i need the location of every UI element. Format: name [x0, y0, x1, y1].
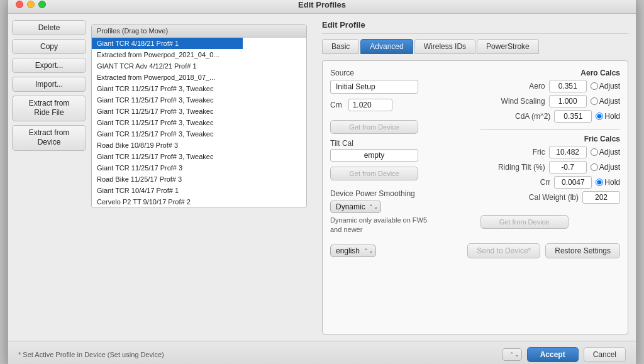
language-select-container: english — [330, 245, 376, 257]
cancel-button[interactable]: Cancel — [584, 347, 626, 362]
device-power-smoothing-section: Device Power Smoothing Dynamic Dynamic o… — [330, 189, 470, 235]
profile-item[interactable]: Giant TCR 11/25/17 Prof# 3, Tweakec — [92, 83, 243, 94]
cda-label: CdA (m^2) — [500, 112, 550, 121]
profile-item[interactable]: Giant TCR 4/18/21 Prof# 1 — [92, 38, 243, 49]
source-input[interactable] — [330, 80, 418, 94]
fric-adjust-radio[interactable]: Adjust — [591, 148, 620, 157]
tilt-adjust-input[interactable] — [591, 163, 598, 171]
aero-adjust-radio[interactable]: Adjust — [591, 82, 620, 91]
tilt-cal-section: Tilt Cal empty — [330, 139, 470, 162]
fric-adjust-input[interactable] — [591, 148, 598, 156]
tabs-container: Basic Advanced Wireless IDs PowerStroke — [322, 39, 628, 54]
cda-radio-group: Hold — [596, 112, 620, 121]
dynamic-select[interactable]: Dynamic — [330, 201, 381, 213]
tab-wireless-ids[interactable]: Wireless IDs — [414, 39, 475, 54]
cal-weight-label: Cal Weight (lb) — [528, 193, 579, 202]
close-button[interactable] — [16, 1, 23, 8]
profile-list[interactable]: Giant TCR 4/18/21 Prof# 1 Extracted from… — [92, 38, 306, 207]
aero-row: Aero 0.351 Adjust — [480, 80, 621, 92]
profile-item[interactable]: Cervelo P2 TT 9/10/17 Prof# 2 — [92, 196, 243, 207]
tilt-cal-label: Tilt Cal — [330, 139, 353, 148]
delete-button[interactable]: Delete — [12, 20, 86, 35]
aero-calcs-section: Aero Calcs Aero 0.351 Adjust — [480, 69, 621, 123]
source-text: Source — [330, 69, 354, 77]
cal-weight-row: Cal Weight (lb) 202 — [480, 191, 621, 204]
titlebar: Edit Profiles — [8, 0, 636, 14]
traffic-lights — [16, 1, 46, 8]
riding-tilt-row: Riding Tilt (%) -0.7 Adjust — [480, 161, 621, 174]
wind-radio-group: Adjust — [591, 97, 620, 106]
aero-value: 0.351 — [549, 80, 587, 92]
left-column: Source Cm 1.020 Get from Device Tilt Ca — [330, 69, 470, 235]
profile-item[interactable]: Giant TCR 10/4/17 Prof# 1 — [92, 185, 243, 196]
profile-list-container: Profiles (Drag to Move) Giant TCR 4/18/2… — [90, 14, 314, 341]
profile-item[interactable]: Extracted from Powerpod_2018_07_... — [92, 72, 243, 83]
cm-row: Cm 1.020 — [330, 99, 470, 111]
profile-item[interactable]: Giant TCR 11/25/17 Prof# 3, Tweakec — [92, 94, 243, 106]
profile-item[interactable]: Extracted from Powerpod_2021_04_0... — [92, 49, 243, 60]
send-to-device-button[interactable]: Send to Device* — [467, 243, 540, 258]
wind-scaling-value: 1.000 — [549, 95, 587, 108]
profile-item[interactable]: Road Bike 10/8/19 Prof# 3 — [92, 140, 243, 151]
fric-calcs-title: Fric Calcs — [480, 135, 621, 143]
aero-adjust-input[interactable] — [591, 82, 598, 90]
profile-item[interactable]: Giant TCR 11/25/17 Prof# 3, Tweakec — [92, 106, 243, 117]
profile-list-area: Profiles (Drag to Move) Giant TCR 4/18/2… — [91, 24, 307, 208]
left-sidebar-buttons: Delete Copy Export... Import... Extract … — [8, 14, 90, 341]
dynamic-select-container: Dynamic — [330, 201, 381, 213]
copy-button[interactable]: Copy — [12, 39, 86, 54]
footer-note: * Set Active Profile in Device (Set usin… — [18, 351, 496, 358]
export-button[interactable]: Export... — [12, 58, 86, 73]
wind-adjust-radio[interactable]: Adjust — [591, 97, 620, 106]
cda-hold-input[interactable] — [596, 113, 603, 120]
get-from-device-2-button[interactable]: Get from Device — [330, 167, 418, 180]
profile-item[interactable]: GIANT TCR Adv 4/12/21 Prof# 1 — [92, 60, 243, 72]
tab-basic[interactable]: Basic — [322, 39, 359, 54]
restore-settings-button[interactable]: Restore Settings — [545, 243, 620, 258]
cm-value: 1.020 — [348, 99, 392, 111]
get-from-device-3-button[interactable]: Get from Device — [480, 215, 569, 229]
fric-value: 10.482 — [549, 146, 587, 158]
sidebar-section: Delete Copy Export... Import... Extract … — [8, 14, 314, 341]
accept-button[interactable]: Accept — [527, 347, 579, 362]
extract-ride-button[interactable]: Extract fromRide File — [12, 96, 86, 121]
tab-content-advanced: Source Cm 1.020 Get from Device Tilt Ca — [322, 60, 628, 334]
profile-item[interactable]: Giant TCR 11/25/17 Prof# 3, Tweakec — [92, 151, 243, 162]
cda-value: 0.351 — [554, 110, 592, 123]
language-select[interactable]: english — [330, 245, 376, 257]
get-from-device-1-button[interactable]: Get from Device — [330, 120, 418, 134]
profile-item[interactable]: Road Bike 11/25/17 Prof# 3 — [92, 174, 243, 185]
edit-profile-label: Edit Profile — [322, 20, 628, 34]
tilt-adjust-radio[interactable]: Adjust — [591, 163, 620, 172]
tab-powerstroke[interactable]: PowerStroke — [477, 39, 539, 54]
footer-buttons: Accept Cancel — [502, 347, 626, 362]
dynamic-note: Dynamic only available on FW5 and newer — [330, 216, 431, 235]
cal-weight-value: 202 — [582, 191, 620, 204]
aero-label: Aero — [495, 82, 545, 91]
right-column: Aero Calcs Aero 0.351 Adjust — [480, 69, 621, 235]
window-title: Edit Profiles — [298, 0, 346, 9]
profile-item[interactable]: Giant TCR 11/25/17 Prof# 3, Tweakec — [92, 117, 243, 128]
cda-hold-radio[interactable]: Hold — [596, 112, 620, 121]
profile-item[interactable]: Giant TCR 11/25/17 Prof# 3, Tweakec — [92, 128, 243, 140]
tab-advanced[interactable]: Advanced — [360, 39, 413, 54]
aero-radio-group: Adjust — [591, 82, 620, 91]
crr-hold-input[interactable] — [596, 179, 603, 186]
profile-item[interactable]: Giant TCR 11/25/17 Prof# 3 — [92, 162, 243, 174]
crr-hold-radio[interactable]: Hold — [596, 178, 620, 187]
aero-calcs-title: Aero Calcs — [480, 69, 621, 77]
minimize-button[interactable] — [27, 1, 35, 8]
cm-label: Cm — [330, 101, 342, 109]
crr-value: 0.0047 — [554, 176, 592, 189]
footer-device-select[interactable] — [502, 348, 522, 361]
fric-calcs-section: Fric Calcs Fric 10.482 Adjust — [480, 135, 621, 204]
bottom-bar: english Send to Device* Restore Settings — [330, 240, 620, 258]
extract-device-button[interactable]: Extract fromDevice — [12, 125, 86, 151]
language-select-wrap: english — [330, 245, 376, 257]
crr-label: Crr — [500, 178, 550, 187]
wind-adjust-input[interactable] — [591, 97, 598, 105]
import-button[interactable]: Import... — [12, 77, 86, 92]
maximize-button[interactable] — [38, 1, 46, 8]
cda-row: CdA (m^2) 0.351 Hold — [480, 110, 621, 123]
wind-scaling-label: Wind Scaling — [495, 97, 545, 106]
